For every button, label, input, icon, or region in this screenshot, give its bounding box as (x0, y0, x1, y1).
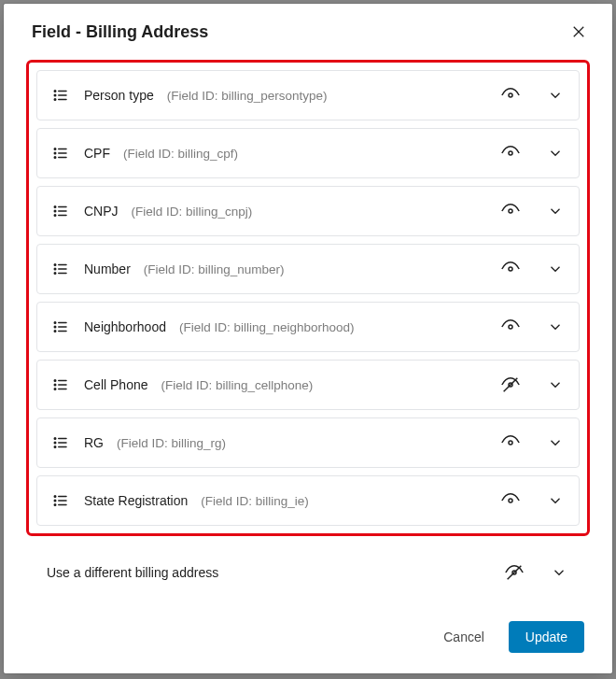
list-icon (52, 87, 69, 104)
svg-point-58 (509, 499, 512, 502)
svg-point-23 (54, 264, 56, 266)
field-id: (Field ID: billing_persontype) (167, 89, 328, 103)
expand-toggle[interactable] (549, 562, 569, 583)
field-label: Neighborhood (84, 319, 166, 334)
eye-icon (500, 201, 521, 221)
list-icon (52, 203, 69, 219)
svg-point-39 (54, 389, 56, 390)
list-icon (52, 376, 69, 393)
drag-handle[interactable] (50, 375, 71, 395)
expand-toggle[interactable] (545, 375, 566, 395)
field-id: (Field ID: billing_cpf) (123, 147, 238, 161)
field-label: Cell Phone (84, 377, 148, 392)
svg-point-32 (54, 331, 56, 332)
eye-icon (500, 259, 521, 279)
modal-header: Field - Billing Address (4, 4, 612, 52)
visibility-toggle[interactable] (504, 562, 525, 583)
expand-toggle[interactable] (545, 143, 566, 163)
field-row[interactable]: RG(Field ID: billing_rg) (36, 417, 580, 468)
field-id: (Field ID: billing_number) (144, 262, 285, 276)
expand-toggle[interactable] (545, 432, 566, 453)
visibility-toggle[interactable] (500, 259, 521, 279)
svg-point-52 (54, 496, 56, 498)
svg-point-16 (54, 206, 56, 208)
svg-point-38 (54, 384, 56, 386)
eye-off-icon (504, 562, 525, 583)
expand-toggle[interactable] (545, 259, 566, 279)
visibility-toggle[interactable] (500, 85, 521, 106)
field-label: RG (84, 435, 104, 450)
field-row[interactable]: CPF(Field ID: billing_cpf) (36, 128, 580, 178)
field-id: (Field ID: billing_cellphone) (161, 378, 314, 392)
eye-icon (500, 317, 521, 337)
expand-toggle[interactable] (545, 85, 566, 106)
close-button[interactable] (567, 21, 590, 43)
field-modal: Field - Billing Address Person type(Fiel… (4, 4, 612, 673)
field-row[interactable]: Person type(Field ID: billing_persontype… (36, 70, 580, 120)
chevron-down-icon (547, 203, 564, 219)
visibility-toggle[interactable] (500, 490, 521, 511)
svg-point-2 (54, 91, 56, 92)
chevron-down-icon (547, 376, 564, 393)
visibility-toggle[interactable] (500, 201, 521, 221)
close-icon (570, 23, 587, 40)
cancel-button[interactable]: Cancel (440, 622, 488, 652)
field-label: State Registration (84, 493, 188, 508)
svg-point-10 (54, 152, 56, 154)
field-row[interactable]: Neighborhood(Field ID: billing_neighborh… (36, 302, 580, 352)
chevron-down-icon (547, 261, 564, 277)
svg-point-8 (509, 93, 512, 97)
svg-point-51 (509, 441, 512, 445)
expand-toggle[interactable] (545, 490, 566, 511)
svg-point-30 (54, 322, 56, 324)
extra-row-label: Use a different billing address (47, 565, 218, 580)
visibility-toggle[interactable] (500, 432, 521, 453)
svg-point-15 (509, 151, 512, 155)
drag-handle[interactable] (50, 317, 71, 337)
eye-icon (500, 143, 521, 163)
svg-point-47 (54, 446, 56, 448)
update-button[interactable]: Update (509, 621, 584, 653)
modal-footer: Cancel Update (4, 608, 612, 673)
field-row[interactable]: State Registration(Field ID: billing_ie) (36, 475, 580, 526)
visibility-toggle[interactable] (500, 375, 521, 395)
field-label: CPF (84, 146, 110, 161)
drag-handle[interactable] (50, 259, 71, 279)
eye-icon (500, 85, 521, 106)
svg-point-17 (54, 210, 56, 212)
expand-toggle[interactable] (545, 201, 566, 221)
svg-point-46 (54, 442, 56, 444)
svg-point-36 (509, 325, 512, 329)
svg-point-24 (54, 268, 56, 270)
list-icon (52, 145, 69, 162)
visibility-toggle[interactable] (500, 317, 521, 337)
eye-off-icon (500, 375, 521, 395)
field-label: Person type (84, 88, 154, 103)
field-row[interactable]: CNPJ(Field ID: billing_cnpj) (36, 186, 580, 236)
svg-point-4 (54, 99, 56, 101)
chevron-down-icon (547, 145, 564, 162)
drag-handle[interactable] (50, 490, 71, 511)
drag-handle[interactable] (50, 201, 71, 221)
svg-point-31 (54, 326, 56, 328)
extra-row[interactable]: Use a different billing address (34, 547, 582, 598)
chevron-down-icon (547, 492, 564, 509)
visibility-toggle[interactable] (500, 143, 521, 163)
svg-point-29 (509, 267, 512, 271)
field-id: (Field ID: billing_neighborhood) (179, 320, 355, 334)
drag-handle[interactable] (50, 143, 71, 163)
drag-handle[interactable] (50, 432, 71, 453)
field-id: (Field ID: billing_cnpj) (132, 205, 253, 219)
svg-point-25 (54, 273, 56, 275)
field-label: CNPJ (84, 204, 119, 219)
chevron-down-icon (547, 318, 564, 335)
list-icon (52, 318, 69, 335)
chevron-down-icon (547, 434, 564, 451)
drag-handle[interactable] (50, 85, 71, 106)
modal-body: Person type(Field ID: billing_persontype… (4, 52, 612, 608)
field-id: (Field ID: billing_ie) (201, 494, 309, 508)
field-row[interactable]: Number(Field ID: billing_number) (36, 244, 580, 294)
expand-toggle[interactable] (545, 317, 566, 337)
field-row[interactable]: Cell Phone(Field ID: billing_cellphone) (36, 360, 580, 410)
eye-icon (500, 490, 521, 511)
